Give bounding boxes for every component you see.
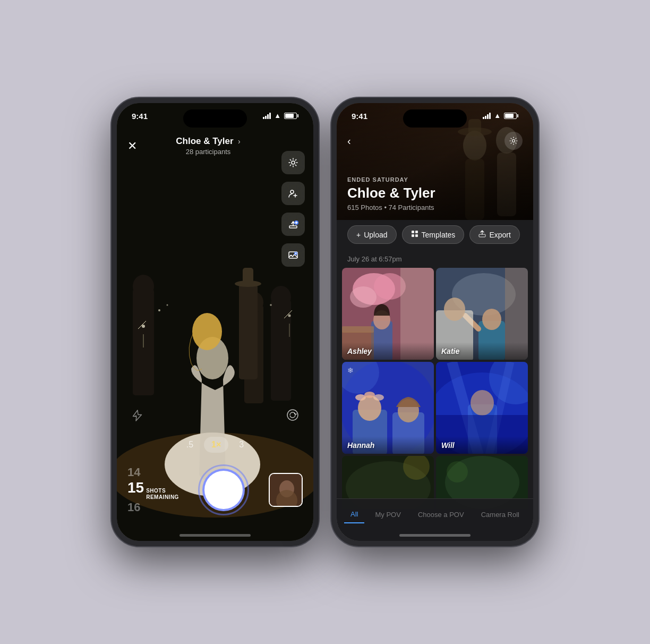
photo-will-inner: Will — [436, 362, 528, 454]
wifi-icon: ▲ — [274, 112, 281, 120]
back-button[interactable]: ‹ — [347, 135, 351, 147]
gallery-nav-row: ‹ — [347, 132, 523, 150]
ashley-image — [342, 268, 434, 360]
status-time: 9:41 — [132, 112, 148, 121]
plus-icon: + — [356, 231, 361, 239]
photo-hannah[interactable]: ❄ Hannah — [342, 362, 434, 454]
camera-participants: 28 participants — [176, 148, 240, 156]
svg-point-13 — [288, 315, 291, 317]
settings-button[interactable] — [281, 151, 305, 174]
add-person-button[interactable] — [281, 182, 305, 205]
shots-below: 16 — [127, 501, 179, 514]
photo-hannah-badge: ❄ — [347, 366, 354, 375]
photo-will[interactable]: Will — [436, 362, 528, 454]
settings-gear-icon — [509, 137, 518, 145]
svg-point-83 — [364, 392, 375, 398]
upload-button[interactable]: + Upload — [347, 225, 397, 244]
event-title: Chloe & Tyler — [347, 185, 435, 201]
svg-point-74 — [444, 298, 465, 321]
camera-bottom-controls: .5 1× 3 14 15 SHOTSREMAINING — [117, 437, 313, 541]
phone-gallery: 9:41 ▲ — [331, 98, 538, 546]
photo-upload-button[interactable] — [281, 213, 305, 236]
shutter-row: 14 15 SHOTSREMAINING 16 — [127, 465, 303, 514]
svg-rect-54 — [415, 231, 418, 233]
person-add-icon — [288, 188, 298, 199]
svg-rect-57 — [479, 234, 485, 237]
gallery-event-info: ENDED SATURDAY Chloe & Tyler 615 Photos … — [347, 176, 435, 211]
date-label: July 26 at 6:57pm — [347, 255, 402, 263]
svg-point-84 — [373, 394, 384, 401]
upload-label: Upload — [364, 231, 387, 239]
dynamic-island — [183, 109, 247, 128]
ended-label: ENDED SATURDAY — [347, 176, 435, 183]
photo-hannah-name: Hannah — [347, 441, 374, 450]
zoom-3-button[interactable]: 3 — [239, 440, 244, 450]
svg-rect-21 — [243, 268, 253, 286]
shots-main: 15 SHOTSREMAINING — [127, 479, 179, 501]
flash-button[interactable] — [131, 409, 143, 424]
tab-camera-roll[interactable]: Camera Roll — [475, 506, 526, 523]
svg-point-25 — [292, 161, 295, 164]
gallery-actions: + Upload Templates — [347, 225, 523, 244]
svg-point-26 — [290, 190, 294, 193]
gallery-battery-icon — [504, 113, 518, 119]
status-icons: ▲ — [263, 112, 298, 120]
templates-label: Templates — [422, 231, 456, 239]
photo-katie[interactable]: Katie — [436, 268, 528, 360]
flash-icon — [131, 409, 143, 422]
tab-my-pov[interactable]: My POV — [369, 506, 407, 523]
templates-button[interactable]: Templates — [402, 225, 465, 244]
svg-point-82 — [355, 394, 366, 401]
gallery-view-button[interactable] — [281, 243, 305, 267]
svg-point-42 — [287, 410, 298, 420]
photo-thumbnail[interactable] — [269, 473, 303, 507]
shots-above: 14 — [127, 465, 179, 479]
photo-katie-name: Katie — [441, 347, 459, 355]
thumbnail-image — [270, 474, 303, 507]
will-image — [436, 362, 528, 454]
svg-point-22 — [158, 309, 160, 311]
export-label: Export — [489, 231, 510, 239]
svg-rect-66 — [342, 326, 374, 333]
home-indicator — [179, 534, 251, 537]
svg-point-52 — [512, 140, 515, 142]
photo-will-name: Will — [441, 441, 455, 450]
templates-grid-icon — [411, 230, 418, 238]
export-arrow-icon — [478, 230, 486, 238]
svg-point-18 — [192, 313, 222, 350]
flip-camera-button[interactable] — [286, 408, 300, 424]
photo-ashley[interactable]: Ashley — [342, 268, 434, 360]
gallery-home-indicator — [399, 534, 471, 537]
close-button[interactable]: ✕ — [127, 140, 137, 152]
zoom-0.5-button[interactable]: .5 — [186, 440, 193, 450]
photo-ashley-inner: Ashley — [342, 268, 434, 360]
tab-all[interactable]: All — [344, 506, 364, 523]
svg-point-10 — [142, 325, 145, 328]
zoom-1x-button[interactable]: 1× — [204, 437, 228, 453]
tab-choose-pov[interactable]: Choose a POV — [412, 506, 471, 523]
gallery-wifi-icon: ▲ — [494, 112, 501, 120]
photo-ashley-name: Ashley — [347, 347, 372, 355]
gear-icon — [288, 157, 298, 168]
battery-icon — [284, 113, 298, 119]
event-meta: 615 Photos • 74 Participants — [347, 204, 435, 211]
camera-title: Chloe & Tyler — [176, 136, 233, 146]
shots-label: SHOTSREMAINING — [146, 488, 179, 501]
camera-title-block: Chloe & Tyler › 28 participants — [176, 136, 240, 156]
export-icon — [478, 230, 486, 239]
signal-icon — [263, 113, 271, 119]
phone-camera: 9:41 ▲ ✕ — [112, 98, 319, 546]
photo-katie-inner: Katie — [436, 268, 528, 360]
svg-point-3 — [133, 275, 154, 298]
gallery-status-icons: ▲ — [483, 112, 518, 120]
shutter-button[interactable] — [202, 469, 245, 511]
svg-point-5 — [271, 286, 291, 308]
svg-point-71 — [482, 309, 501, 330]
gallery-settings-button[interactable] — [504, 132, 523, 150]
svg-point-104 — [447, 461, 468, 482]
svg-point-24 — [270, 304, 272, 306]
katie-image — [436, 268, 528, 360]
export-button[interactable]: Export — [469, 225, 519, 244]
shots-info: 14 15 SHOTSREMAINING 16 — [127, 465, 179, 514]
upload-icon — [288, 219, 298, 230]
